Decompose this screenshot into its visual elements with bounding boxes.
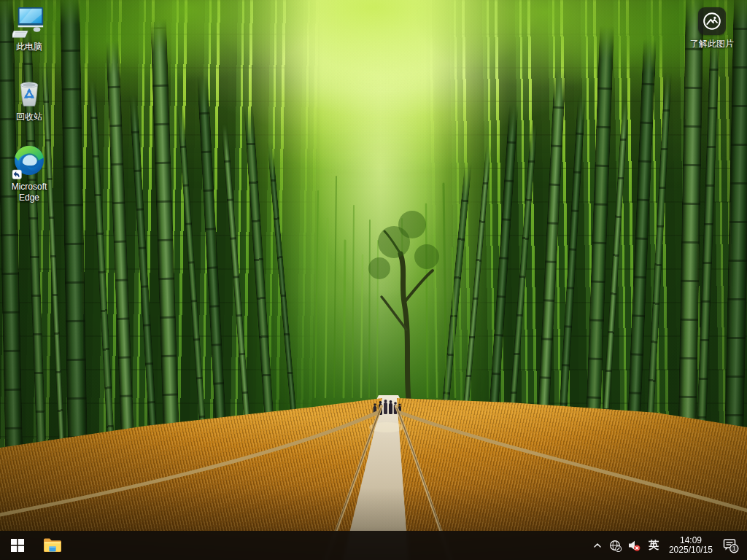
- spotlight-button[interactable]: [698, 7, 726, 35]
- edge-icon: [12, 144, 47, 179]
- tray-show-hidden-icons[interactable]: [589, 531, 606, 560]
- spotlight-label: 了解此图片: [690, 39, 734, 50]
- tray-input-method[interactable]: 英: [643, 531, 664, 560]
- computer-icon: [12, 6, 46, 39]
- desktop-icon-microsoft-edge[interactable]: Microsoft Edge: [1, 144, 57, 203]
- start-button[interactable]: [0, 531, 35, 560]
- recycle-bin-icon: [13, 76, 45, 109]
- shortcut-arrow-overlay: [12, 170, 22, 179]
- tray-notifications[interactable]: 1: [718, 531, 744, 560]
- icon-label: Microsoft Edge: [2, 182, 56, 203]
- wallpaper-foreground-details: [0, 0, 747, 560]
- speaker-muted-icon: [627, 540, 640, 552]
- globe-no-internet-icon: [609, 540, 622, 552]
- desktop: 此电脑 回收站: [0, 0, 747, 560]
- wallpaper: [0, 0, 747, 560]
- clock-date: 2025/10/15: [669, 545, 713, 556]
- spotlight-learn-about-picture[interactable]: 了解此图片: [684, 7, 740, 50]
- picture-frame-icon: [703, 12, 721, 31]
- icon-label: 回收站: [16, 112, 42, 122]
- clock-time: 14:09: [669, 536, 713, 546]
- desktop-icon-this-pc[interactable]: 此电脑: [1, 6, 57, 52]
- icon-label: 此电脑: [16, 42, 42, 52]
- folder-icon: [43, 537, 62, 553]
- taskbar: 英 14:09 2025/10/15 1: [0, 531, 747, 560]
- windows-logo-icon: [11, 539, 24, 552]
- action-center-icon: 1: [722, 537, 740, 554]
- taskbar-clock[interactable]: 14:09 2025/10/15: [664, 531, 718, 560]
- tray-volume[interactable]: [624, 531, 643, 560]
- desktop-icon-recycle-bin[interactable]: 回收站: [1, 76, 57, 122]
- file-explorer-button[interactable]: [35, 531, 70, 560]
- tray-network-status[interactable]: [606, 531, 624, 560]
- chevron-up-icon: [592, 540, 603, 551]
- notification-badge: 1: [732, 545, 736, 552]
